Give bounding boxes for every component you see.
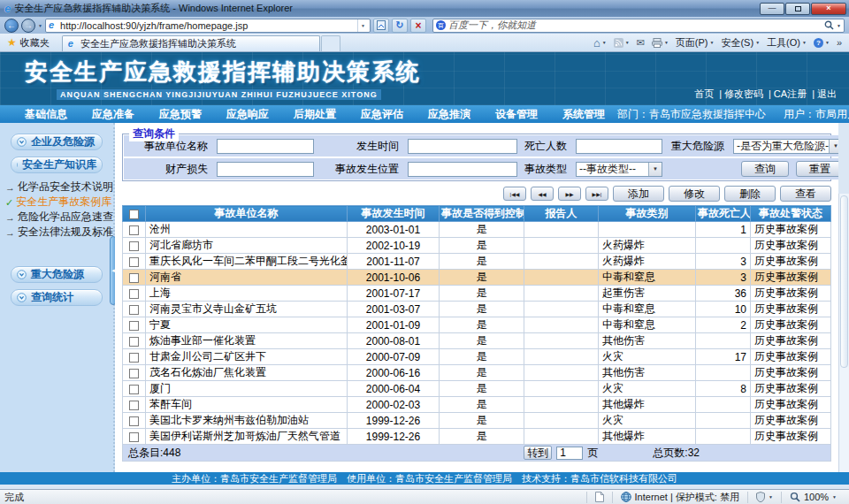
more-tools-chevron-icon[interactable] [837, 37, 842, 48]
location-input[interactable] [408, 162, 517, 177]
sidebar-item[interactable]: 化学品安全技术说明书 [5, 179, 113, 195]
nav-menu-item[interactable]: 应急推演 [416, 107, 483, 122]
nav-menu-item[interactable]: 应急评估 [348, 107, 416, 122]
scrollbar-thumb[interactable] [840, 195, 848, 368]
zoom-control[interactable]: 100% ▼ [781, 492, 845, 503]
feeds-button[interactable]: ▼ [614, 38, 630, 48]
property-loss-input[interactable] [217, 162, 314, 177]
header-link[interactable]: 首页 [694, 88, 714, 101]
table-row[interactable]: 茂名石化炼油厂焦化装置 2000-06-16 是 其他伤害 历史事故案例 [123, 365, 831, 381]
modify-button[interactable]: 修改 [669, 186, 720, 202]
select-all-checkbox[interactable] [129, 210, 139, 219]
help-menu[interactable]: ?▼ [814, 38, 830, 48]
last-page-button[interactable] [585, 187, 608, 201]
nav-menu-item[interactable]: 系统管理 [550, 107, 617, 122]
table-row[interactable]: 上海 2001-07-17 是 起重伤害 36 历史事故案例 [123, 286, 831, 302]
first-page-button[interactable] [503, 187, 526, 201]
forward-button[interactable]: → [21, 19, 35, 33]
row-checkbox[interactable] [129, 353, 139, 363]
stop-button[interactable]: × [410, 19, 426, 33]
close-button[interactable]: × [811, 3, 846, 15]
delete-button[interactable]: 删除 [724, 186, 776, 202]
row-checkbox[interactable] [129, 401, 139, 410]
maximize-button[interactable] [785, 3, 810, 15]
nav-menu-item[interactable]: 应急准备 [80, 107, 147, 122]
favorites-label[interactable]: 收藏夹 [20, 36, 50, 50]
search-icon[interactable] [824, 20, 834, 30]
favorites-star-icon[interactable]: ★ [7, 36, 17, 49]
search-dropdown-icon[interactable]: ▼ [837, 23, 841, 28]
table-row[interactable]: 河南灵宝市义寺山金矿五坑 2001-03-07 是 中毒和窒息 10 历史事故案… [123, 302, 831, 317]
sidebar-section-query-statistics[interactable]: 查询统计 [11, 289, 103, 306]
sidebar-section-knowledge-base[interactable]: 安全生产知识库 [11, 157, 103, 173]
row-checkbox[interactable] [129, 385, 139, 394]
search-box[interactable]: 百 百度一下，你就知道 ▼ [432, 19, 845, 33]
row-checkbox[interactable] [129, 432, 139, 442]
minimize-button[interactable]: — [760, 3, 784, 15]
header-link[interactable]: 退出 [807, 88, 837, 101]
row-checkbox[interactable] [129, 241, 139, 251]
address-field[interactable]: e http://localhost:90/yjzh/frame/homepag… [45, 19, 371, 33]
table-row[interactable]: 河南省 2001-10-06 是 中毒和窒息 3 历史事故案例 [123, 270, 831, 286]
browser-tab[interactable]: e 安全生产应急救援指挥辅助决策系统 [62, 35, 320, 51]
major-hazard-select[interactable]: -是否为重大危险源- [733, 139, 838, 154]
goto-page-button[interactable]: 转到 [524, 446, 552, 460]
row-checkbox[interactable] [129, 273, 139, 283]
table-row[interactable]: 厦门 2000-06-04 是 火灾 8 历史事故案例 [123, 381, 831, 397]
sidebar-item[interactable]: 安全法律法规及标准库 [5, 225, 113, 240]
table-row[interactable]: 沧州 2003-01-01 是 1 历史事故案例 [123, 222, 831, 238]
table-row[interactable]: 甘肃金川公司二矿区井下 2000-07-09 是 火灾 17 历史事故案例 [123, 349, 831, 365]
new-tab-stub[interactable] [321, 35, 340, 51]
view-button[interactable]: 查看 [780, 186, 831, 202]
reset-button[interactable]: 重置 [796, 161, 838, 177]
header-link[interactable]: 修改密码 [714, 88, 763, 101]
page-scrollbar[interactable] [838, 194, 849, 472]
previous-page-button[interactable] [531, 187, 554, 201]
nav-menu-item[interactable]: 设备管理 [483, 107, 550, 122]
chevron-down-icon[interactable] [648, 163, 662, 176]
accident-type-select[interactable]: --事故类型-- [576, 162, 662, 177]
table-row[interactable]: 宁夏 2001-01-09 是 中毒和窒息 2 历史事故案例 [123, 317, 831, 333]
table-row[interactable]: 苯酐车间 2000-02-03 是 其他爆炸 历史事故案例 [123, 397, 831, 413]
header-link[interactable]: CA注册 [763, 88, 807, 101]
table-row[interactable]: 炼油事业部一催化装置 2000-08-01 是 其他伤害 历史事故案例 [123, 333, 831, 349]
row-checkbox[interactable] [129, 369, 139, 378]
row-checkbox[interactable] [129, 289, 139, 299]
safety-menu[interactable]: 安全(S)▼ [721, 36, 760, 50]
table-row[interactable]: 河北省廊坊市 2002-10-19 是 火药爆炸 历史事故案例 [123, 238, 831, 254]
nav-menu-item[interactable]: 基础信息 [12, 107, 80, 122]
sidebar-item[interactable]: 安全生产事故案例库 [5, 195, 113, 210]
row-checkbox[interactable] [129, 225, 139, 235]
row-checkbox[interactable] [129, 416, 139, 426]
nav-menu-item[interactable]: 后期处置 [281, 107, 348, 122]
table-row[interactable]: 美国北卡罗来纳州韦兹伯勒加油站 1999-12-26 是 火灾 历史事故案例 [123, 413, 831, 429]
unit-name-input[interactable] [217, 139, 314, 154]
search-button[interactable]: 查询 [741, 161, 789, 177]
sidebar-section-enterprise-hazard[interactable]: 企业及危险源 [11, 134, 103, 150]
compatibility-view-button[interactable] [373, 19, 389, 33]
tools-menu[interactable]: 工具(O)▼ [767, 36, 807, 50]
nav-menu-item[interactable]: 应急响应 [214, 107, 281, 122]
sidebar-item[interactable]: 危险化学品应急速查手... [5, 210, 113, 225]
back-button[interactable]: ← [4, 19, 19, 33]
sidebar-section-major-hazard[interactable]: 重大危险源 [11, 266, 103, 283]
row-checkbox[interactable] [129, 337, 139, 347]
occur-time-input[interactable] [408, 139, 517, 154]
next-page-button[interactable] [558, 187, 581, 201]
row-checkbox[interactable] [129, 321, 139, 331]
protected-mode-segment[interactable]: ▼ [747, 492, 781, 503]
security-zone-segment[interactable]: Internet | 保护模式: 禁用 [612, 492, 747, 503]
row-checkbox[interactable] [129, 257, 139, 267]
add-button[interactable]: 添加 [613, 186, 664, 202]
page-menu[interactable]: 页面(P)▼ [676, 36, 715, 50]
deaths-input[interactable] [576, 139, 662, 154]
page-number-input[interactable] [556, 447, 583, 460]
row-checkbox[interactable] [129, 305, 139, 315]
print-button[interactable]: ▼ [652, 38, 669, 48]
refresh-button[interactable]: ↻ [392, 19, 408, 33]
table-row[interactable]: 重庆长风化一车间二苯甲酮工段二号光化釜 2001-11-07 是 火药爆炸 3 … [123, 254, 831, 270]
chevron-down-icon[interactable] [829, 140, 838, 153]
history-dropdown-icon[interactable]: ▼ [38, 23, 42, 28]
read-mail-button[interactable] [637, 37, 645, 49]
home-button[interactable]: ▼ [593, 36, 607, 50]
